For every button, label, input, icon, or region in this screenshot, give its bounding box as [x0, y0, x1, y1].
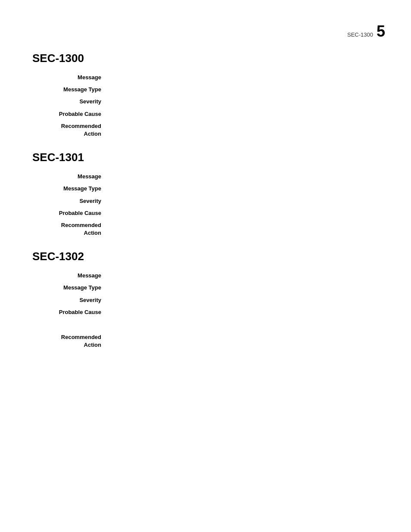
section-sec-1300: SEC-1300 Message Message Type Severity P… — [32, 52, 377, 138]
field-value-recommended-action-1302 — [108, 333, 377, 349]
field-label-probable-cause-1301: Probable Cause — [45, 209, 108, 217]
field-label-severity-1301: Severity — [45, 197, 108, 205]
field-value-recommended-action-1301 — [108, 221, 377, 237]
field-label-recommended-action-1300: RecommendedAction — [45, 122, 108, 138]
section-title-sec-1300: SEC-1300 — [32, 52, 377, 65]
field-value-message-1302 — [108, 272, 377, 280]
field-row-recommended-action-1302: RecommendedAction — [32, 333, 377, 349]
field-row-severity-1302: Severity — [32, 296, 377, 304]
header-page-number: 5 — [377, 24, 385, 39]
field-row-probable-cause-1302: Probable Cause — [32, 308, 377, 316]
field-value-severity-1301 — [108, 197, 377, 205]
field-row-probable-cause-1301: Probable Cause — [32, 209, 377, 217]
field-row-message-type-1300: Message Type — [32, 86, 377, 93]
field-label-message-type-1300: Message Type — [45, 86, 108, 93]
field-value-message-type-1302 — [108, 284, 377, 292]
field-label-message-type-1301: Message Type — [45, 185, 108, 193]
header-section-id: SEC-1300 — [347, 31, 373, 38]
section-title-sec-1301: SEC-1301 — [32, 151, 377, 164]
field-row-recommended-action-1301: RecommendedAction — [32, 221, 377, 237]
field-value-probable-cause-1300 — [108, 110, 377, 118]
field-value-probable-cause-1301 — [108, 209, 377, 217]
field-row-message-type-1302: Message Type — [32, 284, 377, 292]
field-label-probable-cause-1302: Probable Cause — [45, 308, 108, 316]
field-value-severity-1300 — [108, 98, 377, 106]
field-row-severity-1300: Severity — [32, 98, 377, 106]
field-row-message-type-1301: Message Type — [32, 185, 377, 193]
field-value-probable-cause-1302 — [108, 308, 377, 316]
field-row-message-1301: Message — [32, 173, 377, 180]
section-title-sec-1302: SEC-1302 — [32, 250, 377, 263]
field-row-probable-cause-1300: Probable Cause — [32, 110, 377, 118]
field-label-message-type-1302: Message Type — [45, 284, 108, 292]
spacer-1302 — [32, 320, 377, 333]
field-row-severity-1301: Severity — [32, 197, 377, 205]
field-label-recommended-action-1302: RecommendedAction — [45, 333, 108, 349]
field-row-recommended-action-1300: RecommendedAction — [32, 122, 377, 138]
field-value-severity-1302 — [108, 296, 377, 304]
section-sec-1302: SEC-1302 Message Message Type Severity P… — [32, 250, 377, 349]
field-value-recommended-action-1300 — [108, 122, 377, 138]
field-row-message-1302: Message — [32, 272, 377, 280]
page-header: SEC-1300 5 — [347, 24, 385, 39]
main-content: SEC-1300 Message Message Type Severity P… — [0, 0, 411, 349]
field-value-message-type-1301 — [108, 185, 377, 193]
field-value-message-1301 — [108, 173, 377, 180]
field-label-severity-1300: Severity — [45, 98, 108, 106]
field-label-message-1300: Message — [45, 74, 108, 81]
section-sec-1301: SEC-1301 Message Message Type Severity P… — [32, 151, 377, 237]
field-row-message-1300: Message — [32, 74, 377, 81]
field-value-message-type-1300 — [108, 86, 377, 93]
field-label-severity-1302: Severity — [45, 296, 108, 304]
field-label-message-1301: Message — [45, 173, 108, 180]
field-label-probable-cause-1300: Probable Cause — [45, 110, 108, 118]
field-label-message-1302: Message — [45, 272, 108, 280]
field-label-recommended-action-1301: RecommendedAction — [45, 221, 108, 237]
field-value-message-1300 — [108, 74, 377, 81]
